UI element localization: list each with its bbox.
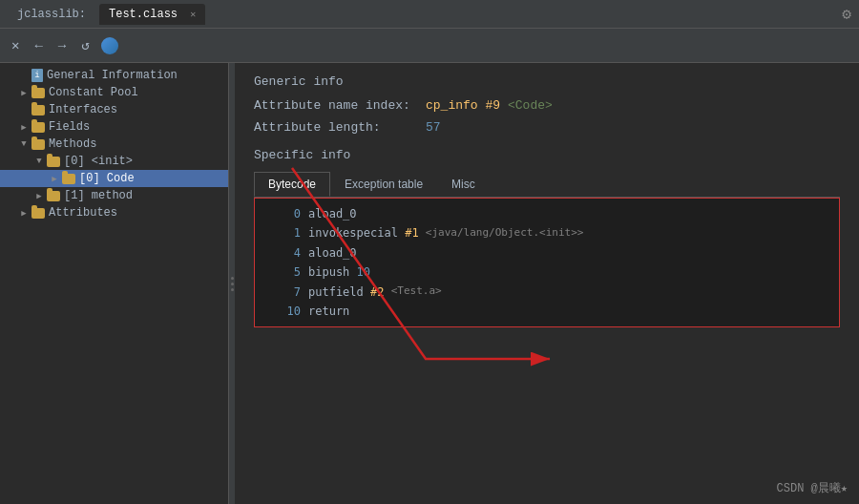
tab-exception-table[interactable]: Exception table (330, 172, 437, 197)
tab-close-icon[interactable]: ✕ (190, 10, 196, 20)
tree-item-general[interactable]: i General Information (0, 67, 228, 84)
globe-icon (101, 37, 118, 54)
folder-icon (31, 122, 45, 133)
tree-item-constant-pool[interactable]: ▶ Constant Pool (0, 84, 228, 101)
forward-button[interactable]: → (54, 36, 70, 55)
bc-row-4: 7 putfield #2 <Test.a> (262, 283, 831, 302)
tree-item-code[interactable]: ▶ [0] Code (0, 170, 228, 187)
attr-name-code: <Code> (508, 98, 553, 113)
tree-item-method1[interactable]: ▶ [1] method (0, 187, 228, 204)
content-panel: Generic info Attribute name index: cp_in… (235, 63, 859, 504)
attr-length-value: 57 (426, 120, 441, 135)
main-layout: i General Information ▶ Constant Pool In… (0, 63, 859, 504)
file-icon: i (31, 69, 43, 82)
refresh-button[interactable]: ↺ (77, 35, 93, 55)
tabs-bar: Bytecode Exception table Misc (254, 172, 840, 198)
bc-row-3: 5 bipush 10 (262, 262, 831, 282)
bc-row-1: 1 invokespecial #1 <java/lang/Object.<in… (262, 223, 831, 242)
chevron-icon: ▼ (34, 157, 44, 166)
folder-icon (31, 88, 45, 98)
back-button[interactable]: ← (31, 36, 46, 55)
toolbar: ✕ ← → ↺ (0, 29, 859, 63)
tree-panel: i General Information ▶ Constant Pool In… (0, 63, 229, 504)
chevron-icon: ▶ (19, 208, 29, 219)
folder-icon (47, 157, 60, 167)
settings-icon[interactable]: ⚙ (842, 5, 851, 24)
tab-bytecode[interactable]: Bytecode (254, 172, 330, 197)
tree-item-attributes[interactable]: ▶ Attributes (0, 204, 228, 221)
bc-row-0: 0 aload_0 (262, 204, 831, 223)
divider-dot (231, 277, 234, 280)
app-name-label: jclasslib: (8, 4, 95, 25)
attr-length-row: Attribute length: 57 (254, 120, 840, 135)
tree-item-init[interactable]: ▼ [0] <init> (0, 153, 228, 170)
attr-length-label: Attribute length: (254, 120, 426, 135)
attr-name-label: Attribute name index: (254, 98, 426, 113)
tree-item-methods[interactable]: ▼ Methods (0, 136, 228, 153)
chevron-icon: ▶ (50, 174, 59, 184)
chevron-icon: ▶ (19, 88, 29, 98)
folder-icon (47, 191, 60, 201)
folder-icon (31, 105, 45, 116)
title-bar: jclasslib: Test.class ✕ ⚙ (0, 0, 859, 29)
specific-info-title: Specific info (254, 148, 840, 162)
divider-dot (231, 288, 234, 291)
tree-item-interfaces[interactable]: Interfaces (0, 101, 228, 118)
folder-icon (31, 139, 45, 150)
chevron-icon: ▼ (19, 139, 29, 149)
chevron-icon: ▶ (34, 191, 44, 201)
watermark: CSDN @晨曦★ (777, 480, 848, 496)
tab-misc[interactable]: Misc (437, 172, 490, 197)
close-button[interactable]: ✕ (8, 35, 23, 55)
generic-info-title: Generic info (254, 74, 840, 89)
tab-bar: jclasslib: Test.class ✕ (8, 4, 205, 25)
bytecode-container: 0 aload_0 1 invokespecial #1 <java/lang/… (254, 198, 840, 327)
bc-row-5: 10 return (262, 302, 831, 321)
chevron-icon: ▶ (19, 122, 29, 133)
folder-icon (31, 208, 45, 219)
tree-item-fields[interactable]: ▶ Fields (0, 118, 228, 136)
bc-row-2: 4 aload_0 (262, 243, 831, 262)
tab-test-class[interactable]: Test.class ✕ (99, 4, 205, 25)
attr-name-value: cp_info #9 (426, 98, 500, 113)
folder-icon (62, 174, 75, 184)
app-container: jclasslib: Test.class ✕ ⚙ ✕ ← → ↺ i Gene… (0, 0, 859, 504)
attr-name-row: Attribute name index: cp_info #9 <Code> (254, 98, 840, 113)
divider-dot (231, 283, 234, 285)
